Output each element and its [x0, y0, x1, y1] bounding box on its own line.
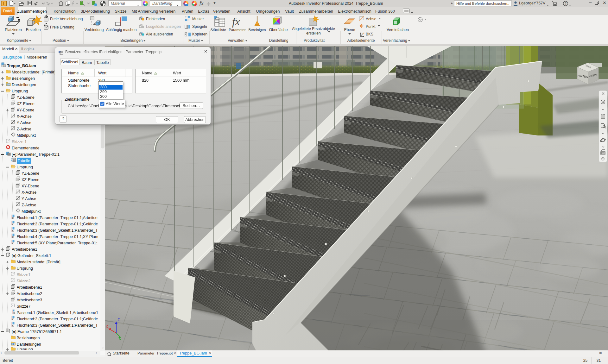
svg-text:z: z	[363, 32, 364, 35]
svg-text:I: I	[3, 1, 4, 6]
svg-text:?: ?	[565, 2, 567, 5]
svg-text:Freie Drehung: Freie Drehung	[50, 25, 74, 29]
svg-text:Einblenden: Einblenden	[146, 17, 165, 21]
svg-text:Abhängig machen: Abhängig machen	[106, 28, 137, 32]
svg-text:BKS: BKS	[366, 32, 373, 36]
svg-text:Z: Z	[118, 318, 120, 322]
svg-text:Y: Y	[119, 338, 121, 342]
svg-text:Losgelöste anzeigen: Losgelöste anzeigen	[146, 24, 181, 29]
svg-text:Kopieren: Kopieren	[192, 32, 207, 36]
svg-text:Bereinigen: Bereinigen	[249, 28, 266, 32]
svg-text:Alle ausblenden: Alle ausblenden	[146, 32, 173, 36]
svg-text:Vereinfachen: Vereinfachen	[387, 28, 409, 32]
svg-text:Parameter: Parameter	[229, 28, 246, 32]
svg-text:Spiegeln: Spiegeln	[192, 24, 207, 29]
svg-text:x: x	[196, 4, 197, 7]
svg-text:Stückliste: Stückliste	[210, 28, 226, 32]
svg-text:Achse: Achse	[366, 17, 377, 21]
svg-text:Punkt: Punkt	[366, 24, 376, 29]
svg-text:Abgeleitete Ersatzobjekte: Abgeleitete Ersatzobjekte	[292, 27, 335, 31]
svg-text:X: X	[106, 325, 108, 329]
svg-text:Verbindung: Verbindung	[85, 28, 104, 32]
svg-text:fx: fx	[232, 16, 240, 28]
svg-text:Oberfläche: Oberfläche	[269, 28, 288, 32]
svg-text:Ebene: Ebene	[344, 28, 355, 32]
svg-text:Muster: Muster	[192, 17, 204, 21]
svg-text:erstellen: erstellen	[306, 31, 320, 35]
svg-text:Platzieren: Platzieren	[5, 28, 22, 32]
svg-text:Erstellen: Erstellen	[26, 28, 41, 32]
svg-text:Freie Verschiebung: Freie Verschiebung	[50, 17, 83, 21]
